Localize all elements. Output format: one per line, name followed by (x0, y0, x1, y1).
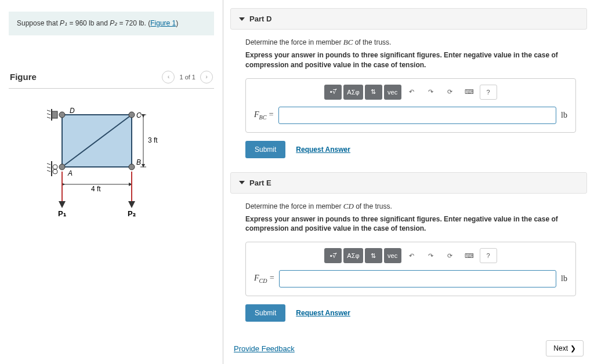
part-d-request-answer[interactable]: Request Answer (296, 145, 350, 154)
part-e-request-answer[interactable]: Request Answer (296, 309, 350, 317)
keyboard-icon[interactable]: ⌨ (461, 248, 478, 263)
svg-point-2 (59, 112, 65, 118)
help-icon[interactable]: ? (480, 248, 497, 263)
svg-point-12 (53, 169, 57, 174)
pager-next-button[interactable]: › (200, 71, 213, 83)
fbc-input[interactable] (278, 107, 556, 124)
part-e-input-panel: ▪√̅ ΑΣφ ⇅ vec ↶ ↷ ⟳ ⌨ ? FCD = lb (245, 242, 576, 296)
pager-text: 1 of 1 (179, 74, 195, 81)
svg-text:A: A (67, 169, 73, 177)
svg-point-11 (53, 165, 57, 169)
caret-down-icon (239, 17, 245, 21)
help-icon[interactable]: ? (480, 85, 497, 100)
part-e-header[interactable]: Part E (230, 172, 587, 194)
truss-figure: D C A B 3 ft 4 ft P₁ P₂ (39, 103, 184, 231)
svg-text:P₂: P₂ (128, 209, 136, 218)
reset-icon[interactable]: ⟳ (441, 85, 459, 100)
svg-text:C: C (136, 111, 142, 119)
svg-line-16 (47, 170, 50, 172)
part-d-desc: Determine the force in member BC of the … (245, 38, 575, 47)
svg-point-5 (129, 164, 135, 170)
part-d-submit-button[interactable]: Submit (245, 141, 285, 158)
next-button[interactable]: Next❯ (546, 340, 584, 356)
sort-icon[interactable]: ⇅ (365, 248, 382, 263)
fcd-input[interactable] (279, 270, 556, 287)
vec-button[interactable]: vec (384, 85, 401, 100)
symbols-icon[interactable]: ΑΣφ (343, 85, 363, 100)
template-icon[interactable]: ▪√̅ (324, 85, 342, 100)
undo-icon[interactable]: ↶ (403, 85, 421, 100)
part-e-desc: Determine the force in member CD of the … (245, 202, 575, 211)
fcd-label: FCD = (254, 274, 274, 284)
svg-text:4 ft: 4 ft (91, 185, 101, 193)
part-e-submit-button[interactable]: Submit (245, 304, 285, 322)
part-d-inst: Express your answer in pounds to three s… (245, 50, 575, 70)
redo-icon[interactable]: ↷ (422, 248, 440, 263)
part-d-title: Part D (249, 14, 271, 23)
problem-statement: Suppose that P₁ = 960 lb and P₂ = 720 lb… (9, 12, 214, 35)
sort-icon[interactable]: ⇅ (365, 85, 382, 100)
reset-icon[interactable]: ⟳ (441, 248, 459, 263)
part-e-inst: Express your answer in pounds to three s… (245, 214, 575, 234)
provide-feedback-link[interactable]: Provide Feedback (234, 344, 295, 353)
redo-icon[interactable]: ↷ (422, 85, 440, 100)
svg-line-15 (47, 167, 50, 168)
part-d-header[interactable]: Part D (230, 8, 587, 30)
fbc-unit: lb (561, 111, 567, 120)
keyboard-icon[interactable]: ⌨ (461, 85, 478, 100)
svg-line-10 (47, 117, 50, 118)
undo-icon[interactable]: ↶ (403, 248, 421, 263)
svg-text:D: D (70, 107, 75, 115)
svg-line-14 (47, 163, 50, 165)
figure-title: Figure (10, 72, 37, 82)
pager-prev-button[interactable]: ‹ (162, 71, 175, 83)
svg-rect-6 (52, 111, 57, 118)
svg-line-9 (47, 114, 50, 115)
template-icon[interactable]: ▪√̅ (324, 248, 342, 263)
vec-button[interactable]: vec (384, 248, 401, 263)
part-e-title: Part E (249, 179, 271, 187)
svg-text:P₁: P₁ (58, 209, 66, 218)
part-d-input-panel: ▪√̅ ΑΣφ ⇅ vec ↶ ↷ ⟳ ⌨ ? FBC = lb (245, 78, 576, 133)
svg-point-4 (59, 164, 65, 170)
svg-text:B: B (136, 158, 141, 166)
symbols-icon[interactable]: ΑΣφ (343, 248, 363, 263)
fbc-label: FBC = (254, 110, 274, 121)
svg-point-3 (129, 112, 135, 118)
svg-line-8 (47, 110, 50, 111)
chevron-right-icon: ❯ (570, 344, 576, 352)
fcd-unit: lb (561, 274, 567, 283)
figure-pager: ‹ 1 of 1 › (162, 71, 213, 83)
part-e-block: Part E Determine the force in member CD … (230, 172, 587, 328)
part-d-block: Part D Determine the force in member BC … (230, 8, 587, 164)
svg-text:3 ft: 3 ft (148, 136, 158, 144)
caret-down-icon (239, 181, 245, 184)
figure-link[interactable]: Figure 1 (150, 19, 176, 27)
